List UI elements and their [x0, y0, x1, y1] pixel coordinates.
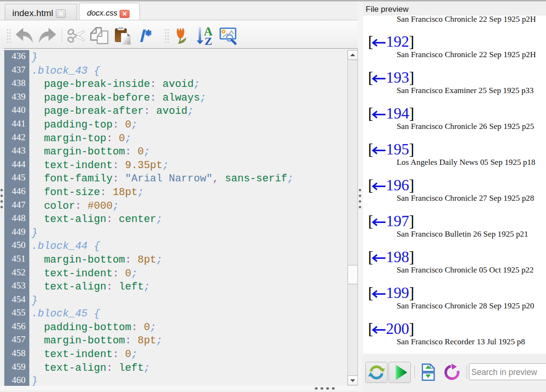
- svg-text:Z: Z: [205, 35, 212, 47]
